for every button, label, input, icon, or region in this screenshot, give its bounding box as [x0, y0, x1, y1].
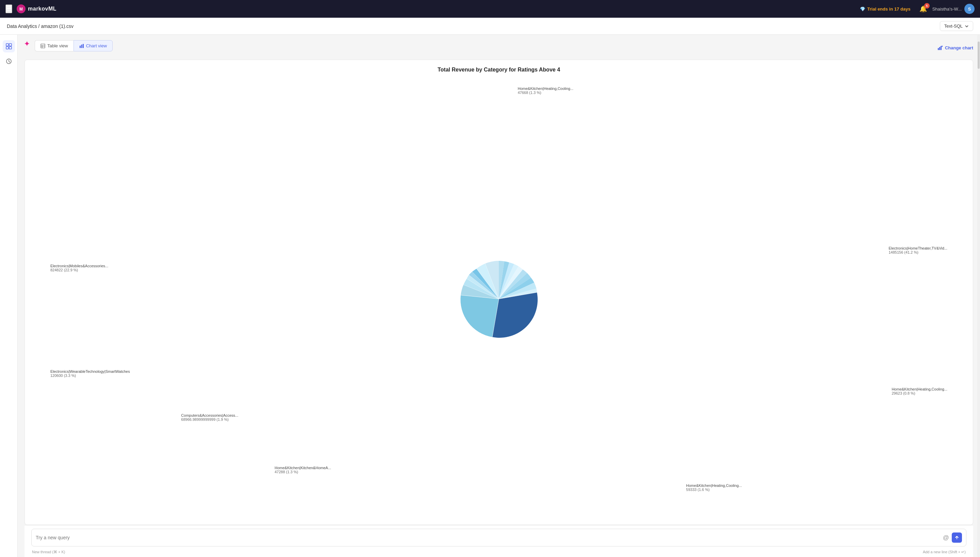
- trial-diamond-icon: 💎: [860, 7, 865, 11]
- svg-rect-11: [80, 46, 81, 48]
- svg-rect-3: [9, 44, 11, 46]
- label-name-em: Electronics|Mobiles&Accessories...: [50, 264, 108, 268]
- label-name-et: Electronics|HomeTheater,TV&Vid...: [889, 246, 948, 250]
- table-view-button[interactable]: Table view: [35, 40, 73, 51]
- label-electronics-wt: Electronics|WearableTechnology|SmartWatc…: [50, 370, 130, 378]
- label-hk-heating-2: Home&Kitchen|Heating,Cooling... 29623 (0…: [892, 387, 948, 395]
- notifications-button[interactable]: 🔔 5: [918, 4, 928, 14]
- send-button[interactable]: [952, 533, 962, 543]
- logo: M markovML: [16, 4, 57, 14]
- svg-rect-2: [6, 44, 8, 46]
- new-line-label: Add a new line (Shift + ↵): [923, 550, 966, 554]
- label-hk-kitchen: Home&Kitchen|Kitchen&HomeA... 47288 (1.3…: [274, 466, 331, 474]
- chart-view-button[interactable]: Chart view: [73, 40, 113, 51]
- new-thread-label: New thread (⌘ + K): [32, 550, 65, 554]
- svg-text:M: M: [19, 7, 23, 11]
- query-box: @: [31, 529, 966, 546]
- query-input[interactable]: [36, 535, 940, 540]
- label-name-hkk: Home&Kitchen|Kitchen&HomeA...: [274, 466, 331, 470]
- bottom-section: @ New thread (⌘ + K) Add a new line (Shi…: [24, 525, 973, 557]
- logo-text: markovML: [28, 6, 57, 12]
- scrollbar-thumb: [978, 42, 980, 69]
- change-chart-label: Change chart: [945, 45, 973, 50]
- breadcrumb-bar: Data Analytics / amazon (1).csv Text-SQL: [0, 18, 980, 35]
- svg-rect-12: [81, 45, 82, 48]
- chevron-down-icon: [965, 24, 969, 28]
- sidebar-item-history[interactable]: [3, 55, 15, 67]
- trial-badge: 💎 Trial ends in 17 days: [857, 5, 914, 13]
- label-value-et: 1485156 (41.2 %): [889, 250, 948, 254]
- view-toggle: Table view Chart view: [35, 40, 113, 51]
- label-value-em: 824822 (22.9 %): [50, 268, 108, 272]
- chart-title: Total Revenue by Category for Ratings Ab…: [438, 67, 560, 73]
- svg-rect-15: [939, 47, 940, 50]
- breadcrumb: Data Analytics / amazon (1).csv: [7, 23, 73, 29]
- label-value-ca: 68966.98999999999 (1.9 %): [181, 417, 238, 422]
- label-home-kitchen-top: Home&Kitchen|Heating,Cooling... 47668 (1…: [518, 86, 573, 94]
- label-name-hk-top: Home&Kitchen|Heating,Cooling...: [518, 86, 573, 91]
- table-grid-icon: [5, 43, 12, 50]
- chart-view-label: Chart view: [86, 43, 107, 48]
- user-avatar: S: [964, 4, 975, 14]
- sparkle-icon: ✦: [24, 39, 30, 48]
- at-button[interactable]: @: [943, 534, 949, 541]
- svg-rect-7: [41, 44, 45, 48]
- change-chart-icon: [938, 45, 943, 51]
- label-electronics-ht: Electronics|HomeTheater,TV&Vid... 148515…: [889, 246, 948, 254]
- svg-rect-14: [938, 48, 939, 50]
- menu-button[interactable]: ☰: [5, 5, 12, 13]
- main-layout: ✦ Table view: [0, 35, 980, 557]
- user-name: Shaistha's-W...: [932, 7, 962, 11]
- content-area: ✦ Table view: [18, 35, 980, 557]
- label-name-hkh2: Home&Kitchen|Heating,Cooling...: [892, 387, 948, 391]
- query-footer: New thread (⌘ + K) Add a new line (Shift…: [31, 550, 966, 554]
- table-view-label: Table view: [47, 43, 68, 48]
- chart-view-icon: [79, 44, 84, 48]
- segment-1: [461, 295, 499, 337]
- label-value-hkk: 47288 (1.3 %): [274, 470, 331, 474]
- label-value-hk-top: 47668 (1.3 %): [518, 91, 573, 94]
- label-computers: Computers&Accessories|Access... 68966.98…: [181, 413, 238, 422]
- label-value-ew: 120600 (3.3 %): [50, 373, 130, 378]
- label-name-ca: Computers&Accessories|Access...: [181, 413, 238, 417]
- pie-chart-svg: [445, 244, 553, 353]
- label-value-hkh1: 59333 (1.6 %): [686, 487, 742, 492]
- chart-container: Total Revenue by Category for Ratings Ab…: [24, 60, 973, 525]
- label-name-hkh1: Home&Kitchen|Heating,Cooling...: [686, 484, 742, 487]
- user-menu[interactable]: Shaistha's-W... S: [932, 4, 975, 14]
- svg-rect-5: [9, 47, 11, 49]
- label-hk-heating-1: Home&Kitchen|Heating,Cooling... 59333 (1…: [686, 484, 742, 492]
- svg-rect-16: [941, 46, 941, 50]
- change-chart-button[interactable]: Change chart: [938, 45, 973, 51]
- table-view-icon: [41, 44, 45, 48]
- history-icon: [5, 58, 12, 65]
- view-controls-row: Table view Chart view: [24, 40, 973, 55]
- logo-icon: M: [16, 4, 26, 14]
- label-name-ew: Electronics|WearableTechnology|SmartWatc…: [50, 370, 130, 373]
- left-sidebar: [0, 35, 18, 557]
- sidebar-item-table[interactable]: [3, 40, 15, 52]
- text-sql-label: Text-SQL: [944, 23, 963, 29]
- send-icon: [954, 535, 959, 540]
- svg-rect-13: [83, 44, 84, 48]
- trial-text: Trial ends in 17 days: [867, 7, 910, 11]
- text-sql-selector[interactable]: Text-SQL: [940, 21, 973, 31]
- chart-wrapper: Home&Kitchen|Heating,Cooling... 47668 (1…: [32, 80, 966, 518]
- label-value-hkh2: 29623 (0.8 %): [892, 391, 948, 395]
- label-electronics-mob: Electronics|Mobiles&Accessories... 82482…: [50, 264, 108, 272]
- svg-rect-4: [6, 47, 8, 49]
- notif-count: 5: [924, 3, 930, 8]
- scrollbar-track[interactable]: [977, 35, 980, 557]
- segment-0: [492, 292, 538, 337]
- topnav: ☰ M markovML 💎 Trial ends in 17 days 🔔 5…: [0, 0, 980, 18]
